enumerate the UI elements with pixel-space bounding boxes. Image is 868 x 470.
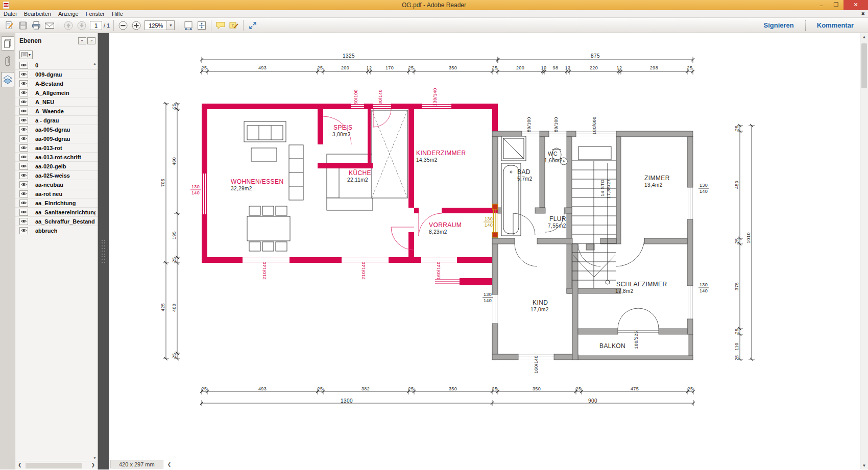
plan-label: ZIMMER <box>644 175 670 182</box>
fit-width-button[interactable] <box>182 19 195 32</box>
attachments-panel-button[interactable] <box>1 54 14 69</box>
panel-collapse-button[interactable]: « <box>78 37 86 44</box>
text-highlight-button[interactable]: T <box>227 19 240 32</box>
page-size-badge: 420 x 297 mm <box>110 460 163 468</box>
layer-row[interactable]: aa-025-weiss <box>15 171 98 180</box>
eye-visibility-icon[interactable] <box>19 154 28 161</box>
eye-visibility-icon[interactable] <box>19 181 28 188</box>
layer-row[interactable]: 0 <box>15 61 98 70</box>
eye-visibility-icon[interactable] <box>19 62 28 69</box>
save-button[interactable] <box>16 19 30 32</box>
scroll-down-icon[interactable]: ▼ <box>93 456 97 460</box>
document-area[interactable]: WOHNEN/ESSEN32,29m2SPEIS3,00m2KÜCHE22,11… <box>109 33 860 469</box>
plan-label: 493 <box>258 386 267 391</box>
print-button[interactable] <box>30 19 43 32</box>
plan-label: 13,4m2 <box>644 182 663 188</box>
panel-options-button[interactable]: ▾ <box>19 51 33 59</box>
scroll-up-icon[interactable]: ▲ <box>860 35 868 39</box>
eye-visibility-icon[interactable] <box>19 98 28 106</box>
eye-visibility-icon[interactable] <box>19 163 28 170</box>
layer-name: aa-020-gelb <box>35 163 66 169</box>
layer-row[interactable]: aa-005-dgrau <box>15 125 98 134</box>
scrollbar-thumb[interactable] <box>861 43 867 88</box>
page-number-input[interactable]: 1 <box>90 21 102 30</box>
layer-row[interactable]: aa-neubau <box>15 180 98 189</box>
plan-label: 80/100 <box>526 117 532 132</box>
layer-row[interactable]: a - dgrau <box>15 116 98 125</box>
previous-page-button[interactable] <box>62 19 75 32</box>
fit-page-button[interactable] <box>195 19 208 32</box>
layer-row[interactable]: aa_Schraffur_Bestand <box>15 217 98 226</box>
layers-panel-button[interactable] <box>1 72 14 87</box>
layer-row[interactable]: 009-dgrau <box>15 70 98 79</box>
eye-visibility-icon[interactable] <box>19 80 28 87</box>
zoom-level-dropdown[interactable]: 125% ▼ <box>144 20 175 30</box>
eye-visibility-icon[interactable] <box>19 190 28 197</box>
scroll-left-icon[interactable]: ❮ <box>18 462 22 467</box>
comment-button[interactable] <box>214 19 227 32</box>
close-button[interactable]: ✕ <box>843 0 868 10</box>
scrollbar-thumb[interactable] <box>26 463 82 468</box>
minimize-button[interactable]: – <box>814 0 829 10</box>
panel-splitter[interactable] <box>98 33 109 469</box>
zoom-in-button[interactable] <box>130 19 143 32</box>
scroll-left-icon[interactable]: ❮ <box>167 462 172 467</box>
eye-visibility-icon[interactable] <box>19 117 28 124</box>
eye-visibility-icon[interactable] <box>19 89 28 96</box>
panel-horizontal-scrollbar[interactable]: ❮ ❯ <box>15 461 98 469</box>
plan-label: 17,8m2 <box>615 288 634 294</box>
eye-visibility-icon[interactable] <box>19 172 28 179</box>
kommentar-button[interactable]: Kommentar <box>806 21 865 29</box>
menu-fenster[interactable]: Fenster <box>82 10 108 18</box>
layer-row[interactable]: A_Waende <box>15 107 98 116</box>
menu-hilfe[interactable]: Hilfe <box>108 10 127 18</box>
menu-anzeige[interactable]: Anzeige <box>55 10 82 18</box>
eye-visibility-icon[interactable] <box>19 108 28 115</box>
menu-bearbeiten[interactable]: Bearbeiten <box>20 10 55 18</box>
page-total-label: / 1 <box>104 22 110 29</box>
save-icon <box>18 21 28 30</box>
chevron-down-icon[interactable]: ▼ <box>166 21 174 30</box>
scroll-down-icon[interactable]: ▼ <box>860 463 868 468</box>
signieren-button[interactable]: Signieren <box>753 21 805 29</box>
vertical-scrollbar[interactable]: ▲ ▼ <box>860 33 868 469</box>
sign-pen-button[interactable] <box>3 19 16 32</box>
eye-visibility-icon[interactable] <box>19 227 28 234</box>
eye-visibility-icon[interactable] <box>19 126 28 133</box>
next-page-button[interactable] <box>75 19 88 32</box>
restore-button[interactable]: ❐ <box>829 0 843 10</box>
panel-expand-button[interactable]: » <box>87 37 95 44</box>
close-document-icon[interactable]: ✖ <box>861 11 865 16</box>
plan-label: 705 <box>160 179 165 187</box>
scroll-up-icon[interactable]: ▲ <box>93 62 97 65</box>
eye-visibility-icon[interactable] <box>19 209 28 216</box>
eye-visibility-icon[interactable] <box>19 218 28 225</box>
layer-row[interactable]: aa-rot neu <box>15 189 98 199</box>
layer-row[interactable]: A_NEU <box>15 97 98 107</box>
eye-visibility-icon[interactable] <box>19 135 28 142</box>
layer-row[interactable]: aa-009-dgrau <box>15 134 98 143</box>
eye-visibility-icon[interactable] <box>19 144 28 152</box>
layer-row[interactable]: aa_Einrichtung <box>15 199 98 208</box>
layer-row[interactable]: aa-013-rot <box>15 143 98 153</box>
layer-row[interactable]: A_Allgemein <box>15 88 98 97</box>
layer-row[interactable]: aa_Sanitaereinrichtung <box>15 208 98 217</box>
zoom-out-button[interactable] <box>116 19 130 32</box>
plan-label: 200 <box>516 65 524 70</box>
layer-row[interactable]: abbruch <box>15 226 98 235</box>
title-bar[interactable]: PDF OG.pdf - Adobe Reader – ❐ ✕ <box>0 0 868 10</box>
pages-panel-button[interactable] <box>1 36 14 51</box>
layer-row[interactable]: aa-020-gelb <box>15 162 98 171</box>
fullscreen-button[interactable] <box>246 19 259 32</box>
plan-label: 17,85/27 <box>606 179 611 199</box>
splitter-grip[interactable] <box>102 240 106 263</box>
eye-visibility-icon[interactable] <box>19 200 28 207</box>
scroll-right-icon[interactable]: ❯ <box>91 462 95 467</box>
menu-datei[interactable]: Datei <box>0 10 20 18</box>
layer-row[interactable]: aa-013-rot-schrift <box>15 153 98 162</box>
email-button[interactable] <box>43 19 56 32</box>
eye-visibility-icon[interactable] <box>19 71 28 78</box>
plan-label: 160/140 <box>436 261 441 279</box>
plan-label: 22,11m2 <box>347 177 368 183</box>
layer-row[interactable]: A-Bestand <box>15 79 98 88</box>
